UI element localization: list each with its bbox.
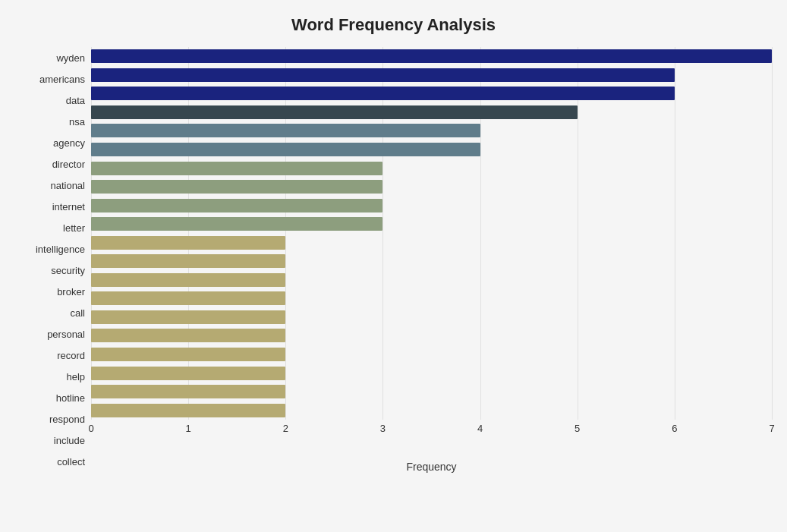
bar (91, 291, 285, 305)
bar (91, 162, 382, 175)
bars-wrapper (91, 47, 772, 420)
bar (91, 404, 285, 417)
bar-row (91, 346, 772, 363)
y-label: personal (47, 326, 85, 344)
x-tick: 4 (477, 423, 483, 434)
bar-row (91, 141, 772, 158)
bar (91, 329, 285, 342)
bar-row (91, 48, 772, 65)
bar-row (91, 160, 772, 177)
y-label: collect (57, 453, 85, 471)
bar (91, 49, 772, 63)
y-label: security (51, 261, 85, 279)
x-tick: 6 (672, 423, 677, 434)
bar-row (91, 85, 772, 102)
chart-title: Word Frequency Analysis (15, 15, 772, 35)
bar-row (91, 290, 772, 307)
bar (91, 143, 480, 156)
bar-row (91, 327, 772, 344)
bar (91, 310, 285, 324)
x-axis: 01234567 (91, 420, 772, 442)
bar (91, 385, 285, 398)
bar-row (91, 197, 772, 214)
y-label: record (57, 347, 85, 365)
bar (91, 367, 285, 380)
bar (91, 348, 285, 361)
y-label: wyden (56, 49, 85, 67)
y-label: hotline (56, 389, 85, 408)
x-tick: 7 (769, 423, 774, 434)
bar-row (91, 365, 772, 382)
bar (91, 236, 285, 250)
y-label: national (50, 176, 85, 194)
grid-line (285, 47, 286, 420)
y-axis: wydenamericansdatansaagencydirectornatio… (15, 47, 91, 473)
y-label: intelligence (36, 240, 85, 258)
x-tick: 0 (88, 423, 93, 434)
plot-area: 01234567 Frequency (91, 47, 772, 473)
y-label: letter (63, 219, 85, 237)
y-label: include (54, 432, 85, 450)
bar-row (91, 253, 772, 269)
bar (91, 180, 382, 194)
grid-line (480, 47, 481, 420)
bar-row (91, 178, 772, 195)
y-label: help (66, 368, 85, 386)
chart-container: Word Frequency Analysis wydenamericansda… (0, 0, 787, 532)
y-label: data (66, 91, 85, 109)
bar-row (91, 402, 772, 419)
y-label: internet (52, 197, 85, 216)
x-tick: 3 (380, 423, 386, 434)
bar-row (91, 235, 772, 251)
bar (91, 124, 480, 137)
bar-row (91, 216, 772, 232)
y-label: nsa (69, 112, 85, 131)
bar (91, 254, 285, 268)
bar (91, 68, 675, 82)
x-tick: 1 (186, 423, 191, 434)
y-label: call (70, 304, 85, 323)
x-tick: 5 (575, 423, 580, 434)
grid-line (772, 47, 773, 420)
bar-row (91, 272, 772, 288)
bar-row (91, 104, 772, 121)
chart-area: wydenamericansdatansaagencydirectornatio… (15, 47, 772, 473)
y-label: americans (39, 70, 85, 88)
bar-row (91, 383, 772, 400)
grid-line (188, 47, 189, 420)
bar-row (91, 122, 772, 139)
bar (91, 273, 285, 287)
y-label: broker (57, 283, 85, 301)
x-tick: 2 (283, 423, 288, 434)
bar (91, 105, 578, 119)
bar (91, 199, 382, 212)
x-axis-label: Frequency (91, 461, 772, 473)
y-label: agency (53, 134, 85, 152)
grid-line (91, 47, 92, 420)
grid-line (578, 47, 578, 420)
grid-line (382, 47, 383, 420)
y-label: respond (49, 411, 85, 429)
y-label: director (52, 155, 85, 173)
bar-row (91, 67, 772, 83)
bar (91, 87, 675, 100)
grid-line (675, 47, 675, 420)
bar (91, 217, 382, 231)
bar-row (91, 309, 772, 326)
